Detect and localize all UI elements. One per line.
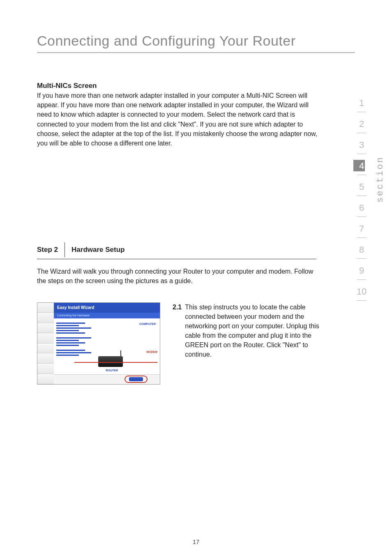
step-2-1: 2.1 This step instructs you to locate th… — [173, 302, 333, 385]
wizard-sidebar — [37, 303, 54, 384]
multi-nics-body: If you have more than one network adapte… — [37, 91, 321, 148]
step2-label: Step 2 — [37, 246, 65, 254]
step2-title: Hardware Setup — [71, 246, 125, 254]
label-modem: MODEM — [146, 350, 157, 353]
next-button-highlight — [125, 376, 148, 383]
wizard-footer — [54, 374, 160, 384]
step2-header-row: Step 2 Hardware Setup — [37, 242, 316, 259]
router-icon — [98, 356, 123, 367]
step-divider — [65, 242, 65, 257]
step-2-1-body: This step instructs you to locate the ca… — [185, 302, 333, 385]
step2-intro: The Wizard will walk you through connect… — [37, 267, 316, 286]
wizard-redline — [74, 362, 157, 363]
section-nav-7[interactable]: 7 — [351, 220, 372, 241]
page-title: Connecting and Configuring Your Router — [37, 33, 355, 49]
section-nav-6[interactable]: 6 — [351, 199, 372, 220]
wizard-screenshot: Easy Install Wizard Connecting the Hardw… — [37, 302, 160, 385]
section-nav-3[interactable]: 3 — [351, 136, 372, 157]
section-nav-5[interactable]: 5 — [351, 178, 372, 199]
wizard-header: Easy Install Wizard — [54, 303, 160, 313]
section-nav-4[interactable]: 4 — [351, 157, 372, 178]
label-router: ROUTER — [106, 369, 118, 372]
section-nav-8[interactable]: 8 — [351, 241, 372, 262]
section-nav: 1 2 3 4 5 6 7 8 9 10 — [351, 94, 372, 304]
title-rule — [37, 52, 355, 53]
step-2-1-number: 2.1 — [173, 302, 182, 385]
section-nav-2[interactable]: 2 — [351, 115, 372, 136]
next-button — [129, 377, 143, 381]
section-nav-1[interactable]: 1 — [351, 94, 372, 115]
label-computer: COMPUTER — [139, 323, 156, 325]
wizard-body: COMPUTER MODEM ROUTER — [54, 318, 160, 374]
section-nav-10[interactable]: 10 — [351, 283, 372, 304]
section-vertical-label: section — [375, 156, 385, 203]
section-nav-9[interactable]: 9 — [351, 262, 372, 283]
multi-nics-heading: Multi-NICs Screen — [37, 82, 321, 90]
page-number: 17 — [0, 538, 392, 545]
wizard-subheader: Connecting the Hardware — [54, 313, 160, 318]
wizard-text — [56, 323, 97, 357]
